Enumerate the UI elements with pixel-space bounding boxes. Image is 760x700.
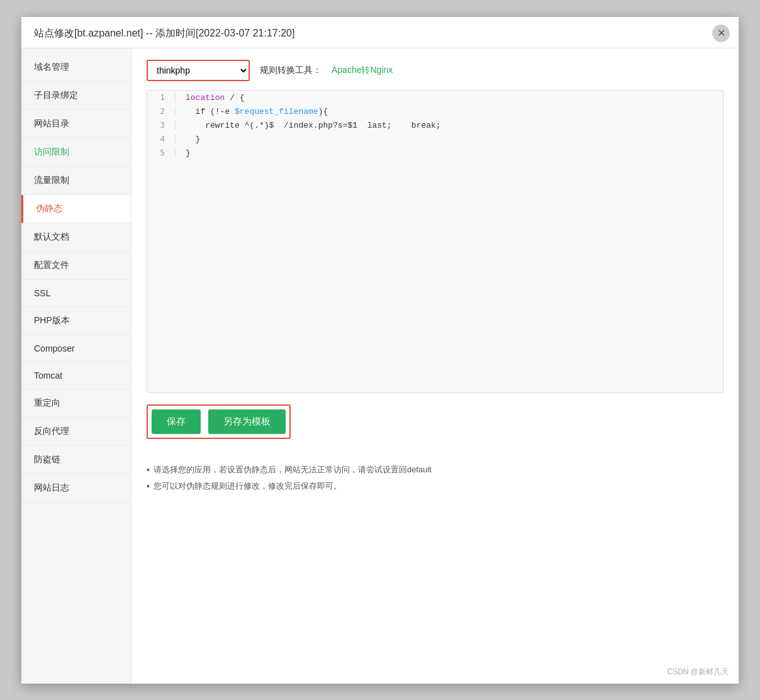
line-content: if (!-e $request_filename){ [176, 107, 328, 116]
sidebar-item-tomcat[interactable]: Tomcat [21, 362, 131, 389]
code-line: 2 if (!-e $request_filename){ [147, 104, 723, 118]
sidebar-item-traffic-limit[interactable]: 流量限制 [21, 167, 131, 195]
line-number: 3 [147, 120, 176, 130]
sidebar-item-hotlink[interactable]: 防盗链 [21, 446, 131, 474]
tip-bullet: • [147, 481, 150, 491]
code-editor[interactable]: 1location / {2 if (!-e $request_filename… [147, 90, 724, 393]
modal-title: 站点修改[bt.azpanel.net] -- 添加时间[2022-03-07 … [34, 27, 294, 40]
save-button[interactable]: 保存 [152, 409, 201, 434]
btn-row: 保存 另存为模板 [147, 404, 291, 439]
line-content: } [176, 135, 200, 144]
sidebar: 域名管理子目录绑定网站目录访问限制流量限制伪静态默认文档配置文件SSLPHP版本… [21, 48, 131, 684]
save-template-button[interactable]: 另存为模板 [208, 409, 286, 434]
code-line: 3 rewrite ^(.*)$ /index.php?s=$1 last; b… [147, 118, 723, 132]
modal-body: 域名管理子目录绑定网站目录访问限制流量限制伪静态默认文档配置文件SSLPHP版本… [21, 48, 739, 684]
code-line: 1location / { [147, 91, 723, 104]
code-line: 4 } [147, 132, 723, 146]
modal-window: 站点修改[bt.azpanel.net] -- 添加时间[2022-03-07 … [21, 17, 739, 684]
sidebar-item-pseudo-static[interactable]: 伪静态 [21, 195, 131, 223]
content-area: thinkphplaraveldefault 规则转换工具： Apache转Ng… [131, 48, 739, 684]
toolbar: thinkphplaraveldefault 规则转换工具： Apache转Ng… [147, 60, 724, 81]
tip-bullet: • [147, 465, 150, 475]
sidebar-item-ssl[interactable]: SSL [21, 280, 131, 307]
line-number: 5 [147, 148, 176, 157]
line-number: 2 [147, 106, 176, 116]
line-content: } [176, 148, 191, 158]
rule-convert-label: 规则转换工具： [260, 65, 321, 76]
modal-header: 站点修改[bt.azpanel.net] -- 添加时间[2022-03-07 … [21, 17, 739, 48]
line-content: rewrite ^(.*)$ /index.php?s=$1 last; bre… [176, 121, 441, 130]
sidebar-item-website-log[interactable]: 网站日志 [21, 474, 131, 503]
watermark: CSDN @新鲜几天 [667, 667, 729, 677]
sidebar-item-default-doc[interactable]: 默认文档 [21, 223, 131, 252]
tip-item: •请选择您的应用，若设置伪静态后，网站无法正常访问，请尝试设置回default [147, 464, 724, 475]
sidebar-item-reverse-proxy[interactable]: 反向代理 [21, 418, 131, 446]
code-line: 5} [147, 146, 723, 160]
sidebar-item-website-dir[interactable]: 网站目录 [21, 110, 131, 138]
line-number: 1 [147, 92, 176, 102]
sidebar-item-composer[interactable]: Composer [21, 335, 131, 362]
sidebar-item-redirect[interactable]: 重定向 [21, 389, 131, 418]
framework-select-wrapper[interactable]: thinkphplaraveldefault [147, 60, 250, 81]
sidebar-item-domain-mgmt[interactable]: 域名管理 [21, 53, 131, 82]
buttons-wrapper: 保存 另存为模板 [147, 404, 724, 453]
sidebar-item-access-limit[interactable]: 访问限制 [21, 138, 131, 167]
line-number: 4 [147, 134, 176, 143]
line-content: location / { [176, 93, 245, 103]
close-button[interactable]: ✕ [712, 25, 730, 42]
rule-convert-link[interactable]: Apache转Nginx [332, 65, 393, 76]
sidebar-item-config-file[interactable]: 配置文件 [21, 252, 131, 280]
tip-text: 请选择您的应用，若设置伪静态后，网站无法正常访问，请尝试设置回default [154, 464, 432, 475]
sidebar-item-subdir-bind[interactable]: 子目录绑定 [21, 82, 131, 110]
framework-select[interactable]: thinkphplaraveldefault [148, 61, 249, 80]
tip-text: 您可以对伪静态规则进行修改，修改完后保存即可。 [154, 481, 342, 492]
tip-item: •您可以对伪静态规则进行修改，修改完后保存即可。 [147, 481, 724, 492]
sidebar-item-php-version[interactable]: PHP版本 [21, 307, 131, 335]
tips-section: •请选择您的应用，若设置伪静态后，网站无法正常访问，请尝试设置回default•… [147, 464, 724, 492]
